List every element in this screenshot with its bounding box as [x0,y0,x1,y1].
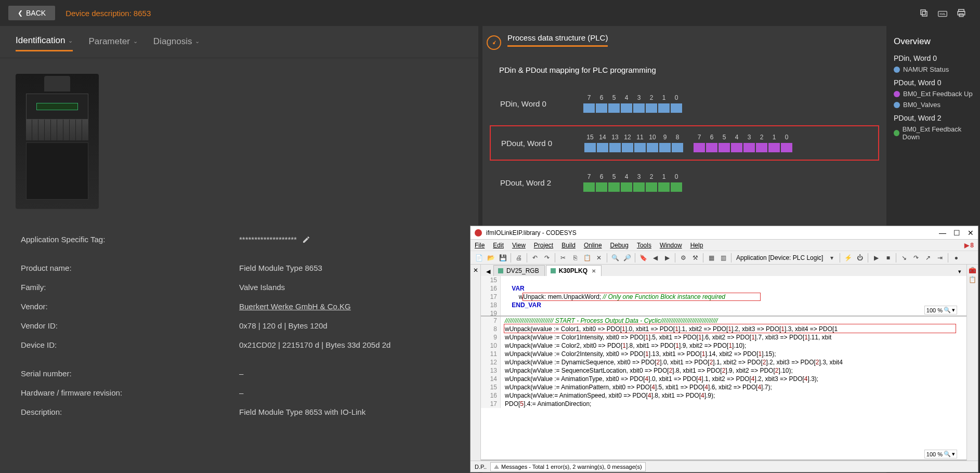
tab-parameter[interactable]: Parameter ⌄ [88,35,137,51]
zoom-control[interactable]: 100 %🔍▾ [924,306,957,314]
bit-cell[interactable] [634,143,646,152]
tab-nav-right-icon[interactable]: ▾ [956,267,963,276]
collapse-left-icon[interactable]: ✕ [471,265,481,461]
bit-cell[interactable] [596,103,607,113]
bit-cell[interactable] [596,182,607,192]
stop-icon[interactable]: ■ [883,253,893,263]
bit-cell[interactable] [671,182,682,192]
bit-cell[interactable] [671,103,682,113]
vendor-link[interactable]: Buerkert Werke GmbH & Co.KG [239,302,351,311]
bit-cell[interactable] [646,103,657,113]
bit-cell[interactable] [731,143,742,152]
menu-project[interactable]: Project [534,242,553,249]
application-context[interactable]: Application [Device: PLC Logic] [736,254,823,261]
close-icon[interactable]: ✕ [968,229,974,237]
bit-cell[interactable] [781,143,792,152]
tab-identification[interactable]: Identification ⌄ [16,35,73,51]
bit-cell[interactable] [694,143,705,152]
undo-icon[interactable]: ↶ [530,253,540,263]
bit-cell[interactable] [621,103,632,113]
menu-window[interactable]: Window [660,242,682,249]
bit-cell[interactable] [584,143,596,152]
run-cursor-icon[interactable]: ⇥ [935,253,945,263]
prev-bookmark-icon[interactable]: ◀ [650,253,660,263]
print-icon[interactable]: 🖨 [514,253,524,263]
toolbox-icon[interactable]: 🧰 [969,267,976,274]
step-over-icon[interactable]: ↷ [911,253,921,263]
menu-debug[interactable]: Debug [610,242,629,249]
bookmark-icon[interactable]: 🔖 [638,253,648,263]
bit-cell[interactable] [756,143,767,152]
bit-cell[interactable] [583,103,595,113]
print-icon[interactable] [955,7,968,19]
code-pane-declarations[interactable]: 15 16 VAR17 wUnpack: mem.UnpackWord; // … [481,276,966,317]
grid2-icon[interactable]: ▥ [718,253,728,263]
maximize-icon[interactable]: ☐ [953,229,960,237]
bit-cell[interactable] [706,143,717,152]
zoom-control[interactable]: 100 %🔍▾ [924,450,957,458]
code-pane-body[interactable]: 7//////////////////////////// START - Pr… [481,317,966,461]
overview-item-namur[interactable]: NAMUR Status [894,65,973,73]
menu-build[interactable]: Build [561,242,576,249]
build-icon[interactable]: ⚙ [678,253,688,263]
copy-icon[interactable]: ⎘ [570,253,580,263]
back-button[interactable]: ❮ BACK [8,6,55,20]
tab-close-icon[interactable] [591,267,596,274]
bit-cell[interactable] [633,182,645,192]
next-bookmark-icon[interactable]: ▶ [662,253,672,263]
bit-cell[interactable] [609,143,621,152]
edit-icon[interactable] [302,235,310,244]
find-icon[interactable]: 🔍 [610,253,620,263]
tab-nav-left-icon[interactable]: ◀ [484,267,492,276]
menu-view[interactable]: View [512,242,526,249]
bit-cell[interactable] [658,182,670,192]
bit-cell[interactable] [646,182,657,192]
logout-icon[interactable]: ⏻ [855,253,865,263]
dropdown-icon[interactable]: ▾ [827,253,837,263]
breakpoint-icon[interactable]: ● [951,253,961,263]
xml-export-icon[interactable]: XML [936,7,949,19]
codesys-titlebar[interactable]: ifmIOLinkEIP.library - CODESYS — ☐ ✕ [471,226,978,240]
bit-cell[interactable] [622,143,633,152]
cut-icon[interactable]: ✂ [558,253,568,263]
menu-tools[interactable]: Tools [637,242,651,249]
menu-edit[interactable]: Edit [493,242,504,249]
bit-cell[interactable] [658,103,670,113]
redo-icon[interactable]: ↷ [542,253,552,263]
bit-cell[interactable] [718,143,730,152]
save-icon[interactable]: 💾 [498,253,508,263]
bit-cell[interactable] [583,182,595,192]
bit-cell[interactable] [608,103,620,113]
menu-online[interactable]: Online [584,242,602,249]
start-icon[interactable]: ▶ [871,253,881,263]
new-icon[interactable]: 📄 [474,253,484,263]
bit-cell[interactable] [633,103,645,113]
step-into-icon[interactable]: ↘ [899,253,909,263]
bit-cell[interactable] [621,182,632,192]
messages-panel[interactable]: Messages - Total 1 error(s), 2 warning(s… [490,462,646,471]
replace-icon[interactable]: 🔎 [622,253,632,263]
bit-cell[interactable] [672,143,683,152]
bit-cell[interactable] [768,143,780,152]
rebuild-icon[interactable]: ⚒ [690,253,700,263]
notification-badge[interactable]: ▶ 8 [964,242,974,249]
editor-tab-k30plkq[interactable]: K30PLKQ [546,265,602,276]
delete-icon[interactable]: ✕ [594,253,604,263]
bit-cell[interactable] [597,143,608,152]
paste-icon[interactable]: 📋 [582,253,592,263]
grid-icon[interactable]: ▦ [706,253,716,263]
menu-file[interactable]: File [475,242,485,249]
menu-help[interactable]: Help [690,242,703,249]
overview-item-extfb-down[interactable]: BM0_Ext Feedback Down [894,125,973,141]
login-icon[interactable]: ⚡ [843,253,853,263]
tab-diagnosis[interactable]: Diagnosis ⌄ [153,35,200,51]
bit-cell[interactable] [608,182,620,192]
overview-item-extfb-up[interactable]: BM0_Ext Feedback Up [894,90,973,98]
editor-tab-dv25[interactable]: DV25_RGB [493,265,545,276]
step-out-icon[interactable]: ↗ [923,253,933,263]
props-icon[interactable]: 📋 [969,276,976,283]
open-icon[interactable]: 📂 [486,253,496,263]
bit-cell[interactable] [647,143,658,152]
overview-item-valves[interactable]: BM0_Valves [894,101,973,109]
minimize-icon[interactable]: — [939,229,946,237]
